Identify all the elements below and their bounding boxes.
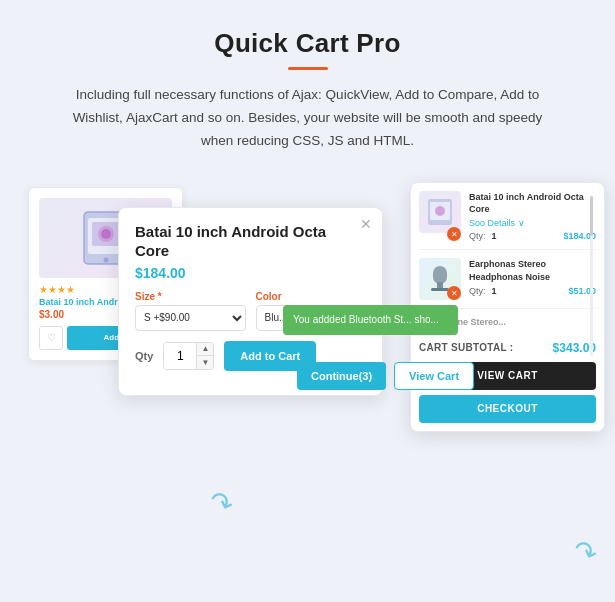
color-label: Color: [256, 291, 367, 302]
cart-item-2-remove[interactable]: ✕: [447, 286, 461, 300]
size-select[interactable]: S +$90.00: [135, 305, 246, 331]
toast-actions: Continue(3) View Cart: [297, 362, 474, 390]
svg-point-5: [101, 229, 111, 239]
scroll-thumb[interactable]: [590, 196, 593, 236]
modal-close-button[interactable]: ✕: [360, 216, 372, 232]
scene-area: 👁 ★★★★ Batai 10 inch Andro... $3.00 ♡ Ad…: [0, 177, 615, 597]
cart-item-1-name: Batai 10 inch Android Octa Core: [469, 191, 596, 216]
toast-message: You addded Bluetooth St... sho...: [293, 314, 439, 325]
arrow-icon-3: ↷: [569, 533, 602, 572]
toast-notification: You addded Bluetooth St... sho...: [283, 305, 458, 335]
continue-button[interactable]: Continue(3): [297, 362, 386, 390]
qty-label: Qty: [135, 350, 153, 362]
cart-item-1-remove[interactable]: ✕: [447, 227, 461, 241]
qty-arrows: ▲ ▼: [196, 343, 213, 369]
checkout-button[interactable]: CHECKOUT: [419, 395, 596, 423]
qty-up[interactable]: ▲: [197, 343, 213, 356]
cart-item-1-details[interactable]: Soo Details ∨: [469, 218, 596, 228]
svg-rect-9: [433, 266, 447, 284]
scroll-bar: [590, 196, 593, 356]
qty-val-1: 1: [492, 231, 497, 241]
wishlist-button[interactable]: ♡: [39, 326, 63, 350]
svg-point-8: [435, 206, 445, 216]
cart-item-2-qty-price: Qty: 1 $51.00: [469, 286, 596, 296]
page-title: Quick Cart Pro: [20, 28, 595, 59]
cart-item-2-info: Earphonas Stereo Headphonas Noise Qty: 1…: [469, 258, 596, 300]
size-option: Size * S +$90.00: [135, 291, 246, 331]
cart-item-2: Earphonas Stereo Headphonas Noise Qty: 1…: [419, 258, 596, 309]
qty-input[interactable]: [164, 343, 196, 369]
qty-val-2: 1: [492, 286, 497, 296]
subtotal-label: CART SUBTOTAL :: [419, 342, 514, 353]
modal-product-title: Batai 10 inch Android Octa Core: [135, 222, 366, 261]
view-cart-button[interactable]: View Cart: [394, 362, 474, 390]
cart-item-1-qty-price: Qty: 1 $184.00: [469, 231, 596, 241]
svg-point-2: [103, 257, 108, 262]
qty-label-1: Qty:: [469, 231, 486, 241]
cart-item-1-info: Batai 10 inch Android Octa Core Soo Deta…: [469, 191, 596, 241]
arrow-icon-2: ↶: [205, 484, 238, 523]
size-label: Size *: [135, 291, 246, 302]
quantity-stepper[interactable]: ▲ ▼: [163, 342, 214, 370]
cart-subtotal-row: CART SUBTOTAL : $343.00: [419, 341, 596, 355]
title-underline: [288, 67, 328, 70]
qty-down[interactable]: ▼: [197, 356, 213, 369]
header-section: Quick Cart Pro Including full necessary …: [0, 0, 615, 167]
qty-label-2: Qty:: [469, 286, 486, 296]
modal-product-price: $184.00: [135, 265, 366, 281]
header-description: Including full necessary functions of Aj…: [58, 84, 558, 153]
cart-item-1: Batai 10 inch Android Octa Core Soo Deta…: [419, 191, 596, 250]
cart-item-2-name: Earphonas Stereo Headphonas Noise: [469, 258, 596, 283]
